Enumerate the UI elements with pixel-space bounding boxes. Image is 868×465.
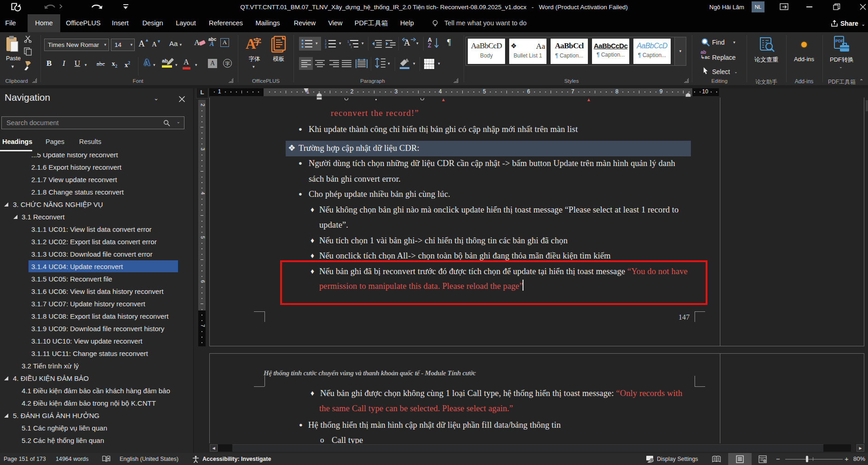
svg-text:1: 1 (325, 39, 327, 42)
svg-text:i: i (351, 46, 352, 48)
svg-text:3: 3 (325, 46, 327, 48)
svg-text:PDF: PDF (835, 39, 844, 43)
svg-text:2: 2 (325, 42, 327, 46)
